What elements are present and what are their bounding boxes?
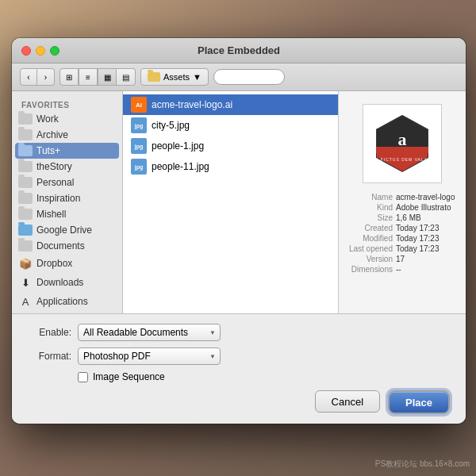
preview-panel: a IN FICTUS DEM VALAR Name acme-travel-l… [339, 91, 466, 313]
file-name: city-5.jpg [152, 120, 190, 131]
applications-icon: A [18, 294, 33, 309]
info-row-modified: Modified Today 17:23 [345, 234, 459, 243]
maximize-button[interactable] [50, 46, 60, 56]
info-row-created: Created Today 17:23 [345, 224, 459, 232]
view-coverflow-button[interactable]: ▤ [117, 68, 136, 86]
image-sequence-checkbox[interactable] [78, 372, 88, 382]
nav-forward-button[interactable]: › [37, 68, 55, 86]
sidebar-item-applications[interactable]: A Applications [12, 292, 122, 311]
file-item-city5[interactable]: jpg city-5.jpg [123, 115, 338, 136]
kind-label: Kind [345, 203, 393, 212]
watermark: PS教程论坛 bbs.16×8.com [375, 459, 470, 470]
file-item-acme[interactable]: Ai acme-travel-logo.ai [123, 94, 338, 115]
view-columns-button[interactable]: ▦ [98, 68, 117, 86]
view-icon-button[interactable]: ⊞ [60, 68, 79, 86]
enable-select[interactable]: All Readable Documents All Documents [78, 324, 221, 341]
lastopened-value: Today 17:23 [396, 244, 459, 253]
nav-back-button[interactable]: ‹ [20, 68, 37, 86]
format-row: Format: Photoshop PDF JPEG PNG [28, 347, 450, 365]
kind-value: Adobe Illustrato [396, 203, 459, 212]
sidebar-label: Dropbox [36, 258, 72, 269]
file-list: Ai acme-travel-logo.ai jpg city-5.jpg jp… [123, 91, 339, 313]
jpg-file-icon: jpg [131, 159, 147, 175]
preview-image: a IN FICTUS DEM VALAR [363, 104, 442, 183]
sidebar-label: Mishell [36, 209, 66, 220]
traffic-lights [21, 46, 60, 56]
sidebar-label: Downloads [36, 277, 83, 288]
info-row-version: Version 17 [345, 255, 459, 263]
jpg-file-icon: jpg [131, 138, 147, 154]
preview-svg: a IN FICTUS DEM VALAR [370, 112, 434, 175]
enable-label: Enable: [28, 327, 71, 338]
created-value: Today 17:23 [396, 224, 459, 232]
image-sequence-label: Image Sequence [93, 371, 165, 382]
button-row: Cancel Place [28, 390, 450, 414]
folder-icon [18, 193, 33, 204]
sidebar-label: Personal [36, 177, 74, 188]
title-bar: Place Embedded [12, 38, 466, 63]
search-input[interactable] [213, 69, 285, 85]
arrange-dropdown-icon: ▼ [193, 72, 202, 82]
sidebar-item-tuts[interactable]: Tuts+ [15, 143, 119, 159]
info-row-size: Size 1,6 MB [345, 213, 459, 222]
svg-text:a: a [398, 129, 407, 149]
info-row-dimensions: Dimensions -- [345, 265, 459, 274]
file-name: people-11.jpg [152, 161, 209, 172]
sidebar-item-documents[interactable]: Documents [12, 238, 122, 254]
arrange-button[interactable]: Assets ▼ [140, 68, 209, 86]
jpg-file-icon: jpg [131, 117, 147, 133]
sidebar-item-personal[interactable]: Personal [12, 175, 122, 190]
place-button[interactable]: Place [388, 390, 450, 414]
sidebar-item-work[interactable]: Work [12, 111, 122, 127]
sidebar-item-downloads[interactable]: ⬇ Downloads [12, 273, 122, 292]
modified-value: Today 17:23 [396, 234, 459, 243]
sidebar-item-mishell[interactable]: Mishell [12, 206, 122, 222]
image-sequence-row: Image Sequence [78, 371, 450, 382]
sidebar-label: Tuts+ [36, 145, 60, 156]
info-row-name: Name acme-travel-logo [345, 193, 459, 202]
sidebar-label: Google Drive [36, 225, 92, 236]
view-buttons: ⊞ ≡ ▦ ▤ [60, 68, 136, 86]
sidebar-label: Applications [36, 296, 88, 307]
folder-icon [18, 209, 33, 220]
name-label: Name [345, 193, 393, 202]
minimize-button[interactable] [36, 46, 45, 56]
file-item-people1[interactable]: jpg people-1.jpg [123, 136, 338, 156]
sidebar-section-header: FAVORITES [12, 98, 122, 111]
file-item-people11[interactable]: jpg people-11.jpg [123, 156, 338, 177]
folder-icon [18, 225, 33, 236]
close-button[interactable] [21, 46, 31, 56]
sidebar-item-googledrive[interactable]: Google Drive [12, 222, 122, 238]
name-value: acme-travel-logo [396, 193, 459, 202]
lastopened-label: Last opened [345, 244, 393, 253]
file-name: people-1.jpg [152, 140, 204, 152]
sidebar-item-dropbox[interactable]: 📦 Dropbox [12, 254, 122, 273]
format-select-wrapper: Photoshop PDF JPEG PNG [78, 347, 221, 365]
bottom-panel: Enable: All Readable Documents All Docum… [12, 313, 466, 424]
ai-file-icon: Ai [131, 97, 147, 113]
size-label: Size [345, 213, 393, 222]
sidebar-item-inspiration[interactable]: Inspiration [12, 190, 122, 206]
sidebar-item-thestory[interactable]: theStory [12, 159, 122, 175]
sidebar-label: theStory [36, 161, 72, 172]
folder-icon [18, 177, 33, 188]
folder-icon [18, 240, 33, 251]
folder-icon [18, 113, 33, 125]
version-label: Version [345, 255, 393, 263]
info-row-lastopened: Last opened Today 17:23 [345, 244, 459, 253]
enable-row: Enable: All Readable Documents All Docum… [28, 324, 450, 341]
dropbox-icon: 📦 [18, 256, 33, 271]
sidebar-item-archive[interactable]: Archive [12, 127, 122, 143]
folder-icon [148, 72, 160, 82]
format-label: Format: [28, 351, 71, 362]
view-list-button[interactable]: ≡ [79, 68, 98, 86]
sidebar-label: Archive [36, 129, 68, 140]
content-area: FAVORITES Work Archive Tuts+ theStory Pe… [12, 91, 466, 313]
format-select[interactable]: Photoshop PDF JPEG PNG [78, 347, 221, 365]
cancel-button[interactable]: Cancel [315, 390, 380, 413]
size-value: 1,6 MB [396, 213, 459, 222]
location-label: Assets [163, 72, 190, 82]
sidebar-label: Documents [36, 240, 85, 251]
dimensions-value: -- [396, 265, 459, 274]
sidebar-label: Inspiration [36, 193, 80, 204]
